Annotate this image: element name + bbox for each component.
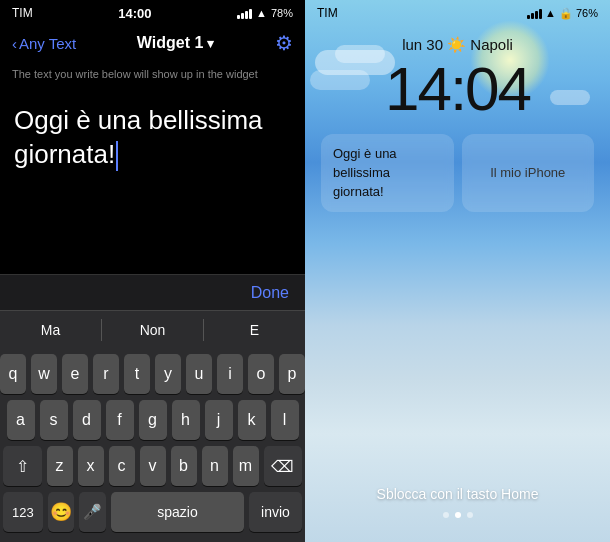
- space-key[interactable]: spazio: [111, 492, 244, 532]
- key-q[interactable]: q: [0, 354, 26, 394]
- status-icons-left: ▲ 78%: [237, 7, 293, 19]
- key-c[interactable]: c: [109, 446, 135, 486]
- keyboard: q w e r t y u i o p a s d f g h j k l ⇧ …: [0, 348, 305, 542]
- keyboard-row-1: q w e r t y u i o p: [3, 354, 302, 394]
- key-w[interactable]: w: [31, 354, 57, 394]
- lock-widgets: Oggi è una bellissima giornata! Il mio i…: [305, 134, 610, 212]
- back-label: Any Text: [19, 35, 76, 52]
- title-chevron-icon: ▾: [207, 36, 214, 51]
- key-d[interactable]: d: [73, 400, 101, 440]
- dot-3: [467, 512, 473, 518]
- dot-2: [455, 512, 461, 518]
- lock-date: lun 30 ☀️ Napoli: [402, 36, 513, 54]
- key-r[interactable]: r: [93, 354, 119, 394]
- done-button[interactable]: Done: [251, 284, 289, 302]
- nav-title: Widget 1 ▾: [137, 34, 215, 52]
- subtitle-bar: The text you write below will show up in…: [0, 62, 305, 88]
- subtitle-text: The text you write below will show up in…: [12, 68, 258, 80]
- autocomplete-word-1[interactable]: Ma: [0, 322, 101, 338]
- autocomplete-word-2[interactable]: Non: [102, 322, 203, 338]
- text-input-content: Oggi è una bellissimagiornata!: [14, 104, 291, 172]
- status-bar-right: TIM ▲ 🔒 76%: [305, 0, 610, 24]
- dot-1: [443, 512, 449, 518]
- weather-icon: ☀️: [447, 36, 466, 54]
- cursor: [116, 141, 118, 171]
- status-icons-right: ▲ 🔒 76%: [527, 7, 598, 20]
- carrier-left: TIM: [12, 6, 33, 20]
- lock-widget-2: Il mio iPhone: [462, 134, 595, 212]
- right-phone-screen: TIM ▲ 🔒 76% lun 30 ☀️ Napoli 14:04 Oggi …: [305, 0, 610, 542]
- wifi-icon-right: ▲: [545, 7, 556, 19]
- key-v[interactable]: v: [140, 446, 166, 486]
- status-bar-left: TIM 14:00 ▲ 78%: [0, 0, 305, 24]
- autocomplete-word-3[interactable]: E: [204, 322, 305, 338]
- keyboard-row-4: 123 😊 🎤 spazio invio: [3, 492, 302, 532]
- key-m[interactable]: m: [233, 446, 259, 486]
- signal-icon: [237, 7, 252, 19]
- unlock-text: Sblocca con il tasto Home: [377, 486, 539, 502]
- back-button[interactable]: ‹ Any Text: [12, 35, 76, 52]
- key-x[interactable]: x: [78, 446, 104, 486]
- signal-icon-right: [527, 7, 542, 19]
- key-g[interactable]: g: [139, 400, 167, 440]
- key-y[interactable]: y: [155, 354, 181, 394]
- emoji-key[interactable]: 😊: [48, 492, 75, 532]
- battery-text-left: 78%: [271, 7, 293, 19]
- chevron-left-icon: ‹: [12, 35, 17, 52]
- backspace-key[interactable]: ⌫: [264, 446, 303, 486]
- key-l[interactable]: l: [271, 400, 299, 440]
- location-text: Napoli: [470, 36, 513, 53]
- key-h[interactable]: h: [172, 400, 200, 440]
- key-f[interactable]: f: [106, 400, 134, 440]
- key-z[interactable]: z: [47, 446, 73, 486]
- text-area[interactable]: Oggi è una bellissimagiornata!: [0, 88, 305, 274]
- lock-icon: 🔒: [559, 7, 573, 20]
- keyboard-row-3: ⇧ z x c v b n m ⌫: [3, 446, 302, 486]
- left-phone-screen: TIM 14:00 ▲ 78% ‹ Any Text Widget 1 ▾ ⚙ …: [0, 0, 305, 542]
- key-o[interactable]: o: [248, 354, 274, 394]
- mic-key[interactable]: 🎤: [79, 492, 106, 532]
- key-k[interactable]: k: [238, 400, 266, 440]
- key-i[interactable]: i: [217, 354, 243, 394]
- return-key[interactable]: invio: [249, 492, 302, 532]
- key-u[interactable]: u: [186, 354, 212, 394]
- key-p[interactable]: p: [279, 354, 305, 394]
- key-a[interactable]: a: [7, 400, 35, 440]
- lock-time: 14:04: [385, 58, 530, 120]
- lock-screen-content: lun 30 ☀️ Napoli 14:04 Oggi è una bellis…: [305, 24, 610, 212]
- nav-bar-left: ‹ Any Text Widget 1 ▾ ⚙: [0, 24, 305, 62]
- key-s[interactable]: s: [40, 400, 68, 440]
- numbers-key[interactable]: 123: [3, 492, 43, 532]
- key-j[interactable]: j: [205, 400, 233, 440]
- widget1-text: Oggi è una bellissima giornata!: [333, 146, 397, 199]
- widget-title: Widget 1: [137, 34, 204, 52]
- key-e[interactable]: e: [62, 354, 88, 394]
- time-left: 14:00: [118, 6, 151, 21]
- keyboard-toolbar: Done: [0, 274, 305, 310]
- wifi-icon: ▲: [256, 7, 267, 19]
- autocomplete-bar: Ma Non E: [0, 310, 305, 348]
- widget2-label: Il mio iPhone: [490, 165, 565, 180]
- page-dots: [443, 512, 473, 518]
- settings-button[interactable]: ⚙: [275, 31, 293, 55]
- keyboard-row-2: a s d f g h j k l: [3, 400, 302, 440]
- shift-key[interactable]: ⇧: [3, 446, 42, 486]
- carrier-right: TIM: [317, 6, 338, 20]
- key-b[interactable]: b: [171, 446, 197, 486]
- date-text: lun 30: [402, 36, 447, 53]
- key-t[interactable]: t: [124, 354, 150, 394]
- battery-text-right: 76%: [576, 7, 598, 19]
- lock-bottom: Sblocca con il tasto Home: [305, 486, 610, 518]
- key-n[interactable]: n: [202, 446, 228, 486]
- lock-widget-1: Oggi è una bellissima giornata!: [321, 134, 454, 212]
